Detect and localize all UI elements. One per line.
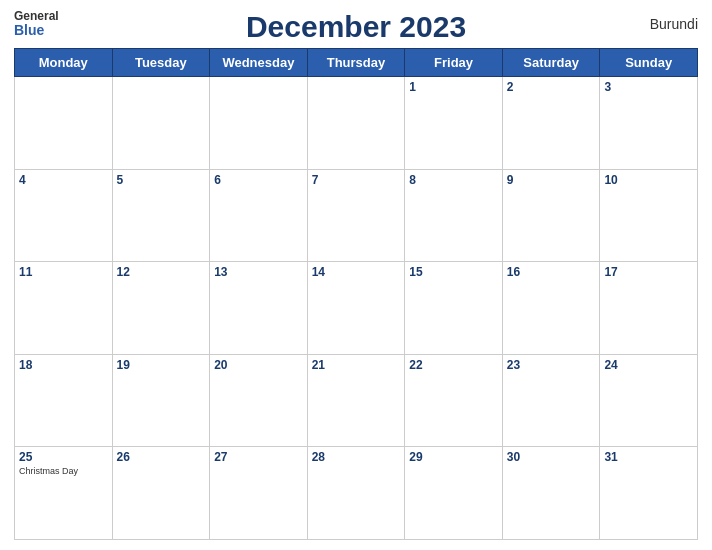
calendar-cell: 4 — [15, 169, 113, 262]
calendar-cell — [112, 77, 210, 170]
day-number: 16 — [507, 265, 596, 279]
calendar-cell: 12 — [112, 262, 210, 355]
calendar-cell: 3 — [600, 77, 698, 170]
day-number: 24 — [604, 358, 693, 372]
calendar-cell: 30 — [502, 447, 600, 540]
weekday-header-friday: Friday — [405, 49, 503, 77]
day-number: 21 — [312, 358, 401, 372]
calendar-cell: 21 — [307, 354, 405, 447]
calendar-cell — [307, 77, 405, 170]
day-number: 30 — [507, 450, 596, 464]
logo-blue-text: Blue — [14, 23, 44, 38]
day-number: 6 — [214, 173, 303, 187]
day-number: 29 — [409, 450, 498, 464]
day-number: 2 — [507, 80, 596, 94]
day-number: 25 — [19, 450, 108, 464]
calendar-cell: 26 — [112, 447, 210, 540]
day-number: 15 — [409, 265, 498, 279]
week-row-1: 123 — [15, 77, 698, 170]
day-number: 12 — [117, 265, 206, 279]
weekday-header-thursday: Thursday — [307, 49, 405, 77]
day-number: 11 — [19, 265, 108, 279]
day-number: 8 — [409, 173, 498, 187]
calendar-cell: 24 — [600, 354, 698, 447]
day-number: 14 — [312, 265, 401, 279]
calendar-cell: 29 — [405, 447, 503, 540]
week-row-2: 45678910 — [15, 169, 698, 262]
day-number: 28 — [312, 450, 401, 464]
week-row-5: 25Christmas Day262728293031 — [15, 447, 698, 540]
weekday-header-monday: Monday — [15, 49, 113, 77]
calendar-cell — [15, 77, 113, 170]
calendar-cell: 25Christmas Day — [15, 447, 113, 540]
calendar-cell: 31 — [600, 447, 698, 540]
calendar-cell: 14 — [307, 262, 405, 355]
weekday-header-tuesday: Tuesday — [112, 49, 210, 77]
day-number: 10 — [604, 173, 693, 187]
weekday-header-sunday: Sunday — [600, 49, 698, 77]
calendar-cell: 27 — [210, 447, 308, 540]
day-number: 7 — [312, 173, 401, 187]
day-number: 26 — [117, 450, 206, 464]
day-number: 31 — [604, 450, 693, 464]
day-number: 3 — [604, 80, 693, 94]
calendar-cell: 22 — [405, 354, 503, 447]
country-label: Burundi — [650, 16, 698, 32]
day-number: 4 — [19, 173, 108, 187]
calendar-cell: 11 — [15, 262, 113, 355]
calendar-cell: 1 — [405, 77, 503, 170]
day-number: 22 — [409, 358, 498, 372]
calendar-cell: 16 — [502, 262, 600, 355]
calendar-cell: 20 — [210, 354, 308, 447]
calendar-cell: 7 — [307, 169, 405, 262]
calendar-cell: 15 — [405, 262, 503, 355]
calendar-cell — [210, 77, 308, 170]
calendar-cell: 18 — [15, 354, 113, 447]
weekday-header-saturday: Saturday — [502, 49, 600, 77]
calendar-cell: 28 — [307, 447, 405, 540]
day-number: 20 — [214, 358, 303, 372]
calendar-cell: 5 — [112, 169, 210, 262]
calendar-title: December 2023 — [246, 10, 466, 44]
calendar-cell: 17 — [600, 262, 698, 355]
day-number: 19 — [117, 358, 206, 372]
calendar-cell: 10 — [600, 169, 698, 262]
weekday-header-row: MondayTuesdayWednesdayThursdayFridaySatu… — [15, 49, 698, 77]
day-number: 27 — [214, 450, 303, 464]
calendar-table: MondayTuesdayWednesdayThursdayFridaySatu… — [14, 48, 698, 540]
day-number: 18 — [19, 358, 108, 372]
calendar-header: General Blue December 2023 Burundi — [14, 10, 698, 44]
day-number: 9 — [507, 173, 596, 187]
logo: General Blue — [14, 10, 59, 39]
week-row-3: 11121314151617 — [15, 262, 698, 355]
weekday-header-wednesday: Wednesday — [210, 49, 308, 77]
week-row-4: 18192021222324 — [15, 354, 698, 447]
calendar-cell: 2 — [502, 77, 600, 170]
day-number: 13 — [214, 265, 303, 279]
day-number: 5 — [117, 173, 206, 187]
calendar-cell: 8 — [405, 169, 503, 262]
day-number: 23 — [507, 358, 596, 372]
calendar-cell: 9 — [502, 169, 600, 262]
calendar-cell: 6 — [210, 169, 308, 262]
calendar-cell: 19 — [112, 354, 210, 447]
calendar-cell: 23 — [502, 354, 600, 447]
day-number: 1 — [409, 80, 498, 94]
calendar-cell: 13 — [210, 262, 308, 355]
holiday-label: Christmas Day — [19, 466, 108, 476]
day-number: 17 — [604, 265, 693, 279]
